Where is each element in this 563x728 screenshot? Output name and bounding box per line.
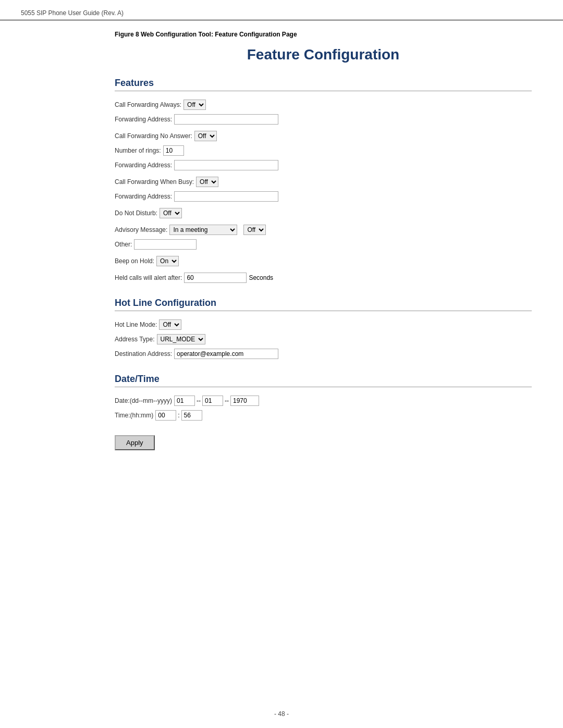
forwarding-address-3-row: Forwarding Address: bbox=[115, 191, 532, 202]
date-sep1: -- bbox=[197, 397, 201, 404]
hotline-mode-select[interactable]: Off On bbox=[159, 319, 181, 330]
number-of-rings-input[interactable] bbox=[163, 145, 184, 156]
header-title: 5055 SIP Phone User Guide (Rev. A) bbox=[21, 9, 124, 17]
date-sep2: -- bbox=[225, 397, 229, 404]
date-row: Date:(dd--mm--yyyy) -- -- bbox=[115, 396, 532, 406]
held-calls-row: Held calls will alert after: Seconds bbox=[115, 273, 532, 283]
call-forwarding-no-answer-row: Call Forwarding No Answer: Off On bbox=[115, 131, 532, 141]
other-row: Other: bbox=[115, 239, 532, 250]
call-forwarding-no-answer-label: Call Forwarding No Answer: bbox=[115, 132, 192, 140]
call-forwarding-always-label: Call Forwarding Always: bbox=[115, 101, 181, 108]
time-hours-input[interactable] bbox=[155, 410, 176, 421]
forwarding-address-1-label: Forwarding Address: bbox=[115, 116, 172, 123]
destination-address-label: Destination Address: bbox=[115, 350, 172, 357]
forwarding-address-3-label: Forwarding Address: bbox=[115, 193, 172, 200]
destination-address-row: Destination Address: bbox=[115, 349, 532, 359]
hotline-section-title: Hot Line Configuration bbox=[115, 298, 532, 311]
forwarding-address-2-row: Forwarding Address: bbox=[115, 160, 532, 170]
beep-on-hold-label: Beep on Hold: bbox=[115, 257, 154, 265]
other-label: Other: bbox=[115, 241, 132, 248]
advisory-message-status-select[interactable]: Off On bbox=[243, 225, 266, 235]
time-minutes-input[interactable] bbox=[181, 410, 202, 421]
main-content: Figure 8 Web Configuration Tool: Feature… bbox=[0, 20, 563, 471]
datetime-section: Date/Time Date:(dd--mm--yyyy) -- -- Time… bbox=[115, 374, 532, 421]
figure-caption: Figure 8 Web Configuration Tool: Feature… bbox=[115, 31, 532, 38]
advisory-message-select[interactable]: In a meeting Out of office On vacation O… bbox=[169, 225, 237, 235]
destination-address-input[interactable] bbox=[174, 349, 278, 359]
date-year-input[interactable] bbox=[230, 396, 259, 406]
features-section-title: Features bbox=[115, 78, 532, 91]
call-forwarding-no-answer-select[interactable]: Off On bbox=[194, 131, 217, 141]
forwarding-address-2-label: Forwarding Address: bbox=[115, 162, 172, 169]
hotline-mode-row: Hot Line Mode: Off On bbox=[115, 319, 532, 330]
call-forwarding-always-row: Call Forwarding Always: Off On bbox=[115, 100, 532, 110]
address-type-label: Address Type: bbox=[115, 336, 155, 343]
time-sep: : bbox=[178, 412, 179, 419]
forwarding-address-2-input[interactable] bbox=[174, 160, 278, 170]
do-not-disturb-row: Do Not Disturb: Off On bbox=[115, 208, 532, 218]
date-label: Date:(dd--mm--yyyy) bbox=[115, 397, 172, 404]
forwarding-address-1-row: Forwarding Address: bbox=[115, 114, 532, 125]
date-month-input[interactable] bbox=[202, 396, 223, 406]
address-type-row: Address Type: URL_MODE SIP_MODE bbox=[115, 334, 532, 344]
datetime-section-title: Date/Time bbox=[115, 374, 532, 387]
forwarding-address-1-input[interactable] bbox=[174, 114, 278, 125]
call-forwarding-busy-select[interactable]: Off On bbox=[196, 177, 218, 187]
forwarding-address-3-input[interactable] bbox=[174, 191, 278, 202]
beep-on-hold-row: Beep on Hold: On Off bbox=[115, 256, 532, 266]
address-type-select[interactable]: URL_MODE SIP_MODE bbox=[157, 334, 205, 344]
advisory-message-row: Advisory Message: In a meeting Out of of… bbox=[115, 225, 532, 235]
hotline-section: Hot Line Configuration Hot Line Mode: Of… bbox=[115, 298, 532, 359]
time-row: Time:(hh:mm) : bbox=[115, 410, 532, 421]
advisory-message-label: Advisory Message: bbox=[115, 226, 167, 233]
apply-button-container: Apply bbox=[115, 435, 532, 450]
call-forwarding-busy-label: Call Forwarding When Busy: bbox=[115, 178, 194, 186]
page-header: 5055 SIP Phone User Guide (Rev. A) bbox=[0, 0, 563, 20]
held-calls-label: Held calls will alert after: bbox=[115, 274, 182, 281]
do-not-disturb-select[interactable]: Off On bbox=[160, 208, 182, 218]
held-calls-input[interactable] bbox=[184, 273, 247, 283]
other-input[interactable] bbox=[134, 239, 197, 250]
beep-on-hold-select[interactable]: On Off bbox=[156, 256, 179, 266]
hotline-mode-label: Hot Line Mode: bbox=[115, 321, 157, 328]
number-of-rings-row: Number of rings: bbox=[115, 145, 532, 156]
do-not-disturb-label: Do Not Disturb: bbox=[115, 209, 157, 217]
call-forwarding-busy-row: Call Forwarding When Busy: Off On bbox=[115, 177, 532, 187]
page-footer: - 48 - bbox=[0, 710, 563, 718]
number-of-rings-label: Number of rings: bbox=[115, 147, 161, 154]
features-section: Features Call Forwarding Always: Off On … bbox=[115, 78, 532, 283]
call-forwarding-always-select[interactable]: Off On bbox=[183, 100, 206, 110]
apply-button[interactable]: Apply bbox=[115, 435, 155, 450]
held-calls-suffix: Seconds bbox=[249, 274, 273, 281]
page-title: Feature Configuration bbox=[115, 46, 532, 63]
page-number: - 48 - bbox=[274, 710, 289, 718]
date-day-input[interactable] bbox=[174, 396, 195, 406]
time-label: Time:(hh:mm) bbox=[115, 412, 153, 419]
